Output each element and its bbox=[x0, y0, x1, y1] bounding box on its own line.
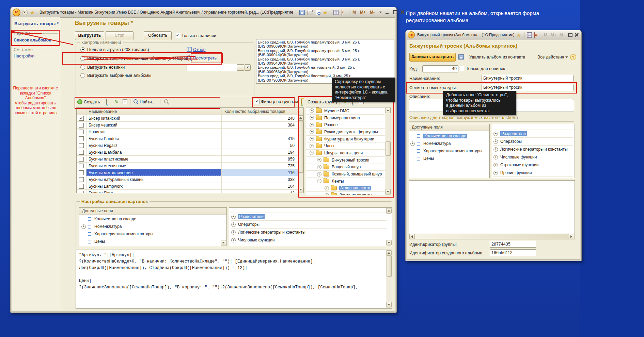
system-menu-caret-icon[interactable] bbox=[22, 10, 28, 15]
expander-icon[interactable] bbox=[493, 139, 498, 144]
table-row[interactable]: Бусины Fimo42 bbox=[77, 190, 298, 193]
table-row[interactable]: Бусины Шамбала194 bbox=[77, 149, 298, 156]
group-id-input[interactable]: 28774435 bbox=[490, 241, 536, 248]
save-close-button[interactable]: Записать и закрыть bbox=[409, 53, 456, 62]
close-button[interactable] bbox=[574, 32, 580, 37]
table-row[interactable]: Бусины Regaliz50 bbox=[77, 142, 298, 149]
column-qty[interactable]: Количество выбранных товаров bbox=[222, 108, 303, 115]
calculator-icon[interactable] bbox=[527, 32, 532, 38]
column-checkbox[interactable] bbox=[77, 108, 87, 115]
upload-button[interactable]: Выгрузить bbox=[75, 31, 104, 40]
export-log-list[interactable]: Бисер средний, 8/0, Голубой перламутровы… bbox=[256, 39, 394, 84]
row-checkbox[interactable] bbox=[79, 170, 84, 175]
field-list-item[interactable]: Цены bbox=[410, 155, 488, 162]
album-description-area[interactable] bbox=[409, 180, 575, 239]
field-list-item[interactable]: Количество на складе bbox=[81, 215, 221, 223]
minimize-button[interactable] bbox=[384, 10, 390, 15]
main-titlebar[interactable]: Выгрузить товары - Магазин Бижутерии Уме… bbox=[11, 7, 396, 17]
expander-icon[interactable] bbox=[493, 147, 498, 152]
print-icon[interactable] bbox=[308, 11, 313, 15]
scale-caret-icon[interactable] bbox=[379, 12, 382, 15]
calendar-icon[interactable] bbox=[534, 32, 535, 38]
table-row[interactable]: Бусины Lampwork104 bbox=[77, 183, 298, 190]
expander-icon[interactable] bbox=[493, 155, 498, 159]
table-row[interactable]: Новинки bbox=[77, 129, 298, 135]
row-checkbox[interactable] bbox=[79, 130, 84, 134]
scale-m-button[interactable]: М bbox=[352, 10, 356, 15]
scale-m-plus-button[interactable]: М+ bbox=[360, 10, 366, 15]
scale-m-minus-button[interactable]: М- bbox=[560, 33, 564, 37]
maximize-button[interactable] bbox=[567, 32, 573, 37]
save-icon[interactable] bbox=[458, 54, 464, 60]
filter-link[interactable]: Отбор bbox=[193, 47, 206, 52]
expander-icon[interactable] bbox=[493, 132, 498, 136]
row-checkbox[interactable] bbox=[79, 191, 84, 193]
field-list-item[interactable]: Номенклатура bbox=[81, 223, 221, 230]
column-name[interactable]: Наименование bbox=[87, 108, 222, 115]
field-list-item[interactable]: Числовые функции bbox=[231, 236, 387, 244]
table-row[interactable]: Бусины металлические116 bbox=[77, 169, 298, 176]
album-titlebar[interactable]: Бижутерный тросик (Альбомы ка... (1С:Пре… bbox=[406, 30, 581, 40]
table-row[interactable]: Бусины Pandora415 bbox=[77, 135, 298, 142]
table-row[interactable]: Бусины стеклянные735 bbox=[77, 163, 298, 169]
radio-new-items[interactable] bbox=[80, 65, 85, 70]
table-row[interactable]: Бисер китайский248 bbox=[77, 115, 298, 122]
functions-scroll-up[interactable] bbox=[386, 208, 392, 214]
scale-m-minus-button[interactable]: М- bbox=[370, 10, 375, 15]
only-new-checkbox[interactable] bbox=[459, 66, 464, 71]
close-button[interactable] bbox=[399, 10, 405, 15]
row-checkbox[interactable] bbox=[79, 157, 84, 162]
row-checkbox[interactable] bbox=[79, 177, 84, 182]
field-list-item[interactable]: Числовые функции bbox=[493, 153, 573, 161]
field-list-item[interactable]: Прочие функции bbox=[493, 169, 573, 177]
field-list-item[interactable]: Строковые функции bbox=[493, 161, 573, 169]
row-checkbox[interactable] bbox=[79, 150, 84, 155]
radio-full-upload[interactable] bbox=[80, 47, 85, 52]
field-list-item[interactable]: Номенклатура bbox=[410, 140, 488, 147]
maximize-button[interactable] bbox=[392, 10, 398, 15]
in-stock-checkbox[interactable] bbox=[175, 33, 180, 38]
favorites-icon[interactable] bbox=[30, 10, 36, 15]
field-list-item[interactable]: Логические операторы и константы bbox=[231, 229, 387, 236]
choose-button[interactable]: ... bbox=[237, 64, 244, 71]
sidebar-item-settings[interactable]: Настройки bbox=[14, 54, 34, 58]
add-favorite-icon[interactable] bbox=[323, 10, 329, 15]
fields-scroll-down[interactable] bbox=[221, 240, 226, 246]
all-actions-button[interactable]: Все действия bbox=[537, 55, 564, 60]
table-row[interactable]: Бисер чешский384 bbox=[77, 122, 298, 129]
album-h-scrollbar[interactable] bbox=[409, 234, 575, 239]
table-row[interactable]: Бусины натуральный камень338 bbox=[77, 176, 298, 183]
expander-icon[interactable] bbox=[81, 224, 86, 229]
field-list-item[interactable]: Операторы bbox=[231, 221, 387, 229]
field-list-item[interactable]: Характеристики номенклатуры bbox=[81, 230, 221, 238]
expander-icon[interactable] bbox=[231, 238, 236, 242]
delete-album-button[interactable]: Удалить альбом из контакта bbox=[469, 55, 525, 60]
clear-button[interactable]: x bbox=[245, 64, 251, 71]
field-list-item[interactable]: Логические операторы и константы bbox=[493, 146, 573, 153]
stop-button[interactable]: Стоп bbox=[106, 31, 133, 40]
name-input[interactable]: Бижутерный тросик bbox=[482, 75, 574, 82]
expander-icon[interactable] bbox=[493, 171, 498, 175]
expander-icon[interactable] bbox=[493, 163, 498, 167]
field-list-item[interactable]: Разделители bbox=[231, 213, 387, 221]
field-list-item[interactable]: Цены bbox=[81, 238, 221, 245]
expander-icon[interactable] bbox=[231, 222, 236, 227]
code-input[interactable]: 49 bbox=[422, 65, 458, 72]
row-checkbox[interactable] bbox=[79, 116, 84, 121]
code-scrollbar[interactable] bbox=[386, 250, 392, 308]
new-items-input[interactable] bbox=[187, 64, 238, 71]
row-checkbox[interactable] bbox=[79, 164, 84, 168]
row-checkbox[interactable] bbox=[79, 143, 84, 148]
expander-icon[interactable] bbox=[231, 215, 236, 219]
favorites-icon[interactable] bbox=[517, 32, 522, 37]
field-list-item[interactable]: Количество на складе bbox=[410, 132, 488, 140]
calculator-icon[interactable] bbox=[333, 10, 339, 15]
table-row[interactable]: Бусины пластиковые859 bbox=[77, 156, 298, 163]
row-checkbox[interactable] bbox=[79, 123, 84, 128]
help-button[interactable]: ? bbox=[570, 54, 576, 60]
radio-selected-albums[interactable] bbox=[80, 73, 85, 78]
save-icon[interactable] bbox=[299, 10, 305, 15]
field-list-item[interactable]: Характеристики номенклатуры bbox=[410, 147, 488, 155]
functions-scroll-down[interactable] bbox=[386, 240, 392, 246]
row-checkbox[interactable] bbox=[79, 136, 84, 141]
